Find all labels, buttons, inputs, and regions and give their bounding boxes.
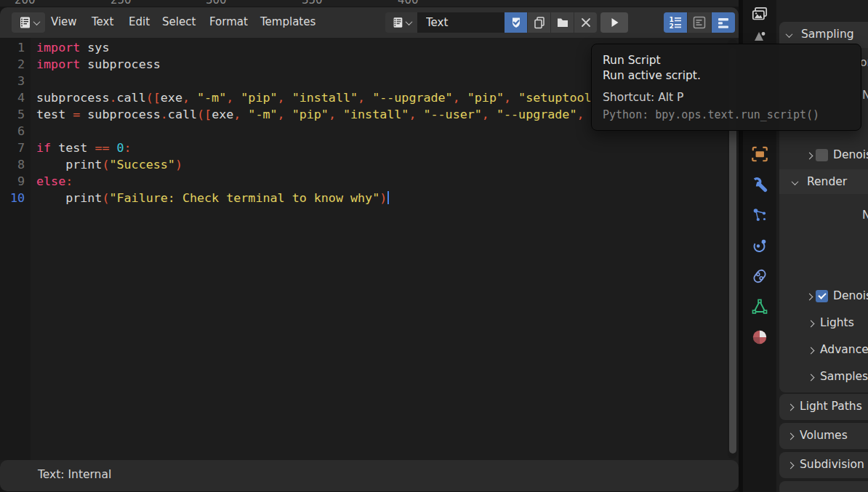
chevron-right-icon	[808, 320, 815, 328]
material-properties-tab[interactable]	[743, 323, 776, 352]
denoise-render-row[interactable]: Denoise	[779, 283, 868, 310]
code-line[interactable]: 7if test == 0:	[0, 140, 739, 156]
code-token: )	[175, 157, 182, 172]
code-token: exe	[212, 107, 233, 121]
code-line[interactable]: 8 print("Success")	[0, 156, 739, 173]
code-token	[241, 107, 248, 121]
object-properties-tab[interactable]	[743, 140, 776, 169]
code-token: ([	[146, 90, 161, 105]
modifier-properties-tab[interactable]	[743, 170, 776, 199]
code-token: ,	[226, 90, 233, 105]
denoise-viewport-row[interactable]: Denoise	[779, 142, 868, 169]
object-data-properties-tab[interactable]	[743, 292, 776, 321]
object-properties-icon	[750, 145, 769, 164]
fake-user-shield-toggle[interactable]	[505, 12, 527, 33]
menu-edit[interactable]: Edit	[129, 15, 150, 28]
subdivision-panel-header[interactable]: Subdivision	[779, 452, 868, 478]
blender-window: 200 250 300 350 400 View Text Edit S	[0, 0, 868, 492]
code-text: subprocess.call([exe, "-m", "pip", "inst…	[36, 90, 592, 105]
menu-templates[interactable]: Templates	[260, 15, 316, 28]
open-text-button[interactable]	[551, 12, 574, 33]
code-token	[190, 90, 197, 105]
tooltip-shortcut: Shortcut: Alt P	[603, 91, 683, 104]
code-token: .	[109, 90, 116, 105]
new-copy-icon	[532, 15, 547, 30]
code-text: print("Failure: Check terminal to know w…	[36, 190, 389, 205]
panel-label: Light Paths	[800, 400, 862, 413]
wrench-icon	[750, 175, 769, 194]
code-token: =	[73, 107, 80, 121]
code-token: "Success"	[109, 157, 174, 172]
code-token: ,	[504, 90, 511, 105]
line-number: 1	[0, 39, 25, 56]
open-folder-icon	[555, 15, 570, 30]
code-token: "install"	[292, 90, 358, 105]
particle-properties-tab[interactable]	[743, 201, 776, 230]
code-token: .	[161, 107, 168, 121]
checkbox-label: Denoise	[833, 148, 868, 161]
material-sphere-icon	[750, 328, 769, 347]
menu-format[interactable]: Format	[209, 15, 248, 28]
code-token	[489, 107, 497, 121]
render-subpanel-header[interactable]: Render	[779, 169, 868, 194]
lights-subpanel-row[interactable]: Lights	[779, 310, 868, 336]
line-number: 2	[0, 56, 25, 73]
chevron-down-icon	[792, 178, 799, 185]
code-token: ,	[576, 107, 584, 121]
tooltip-title: Run Script	[603, 54, 661, 67]
line-numbers-toggle[interactable]: 1 2	[664, 12, 687, 33]
light-paths-panel-header[interactable]: Light Paths	[779, 394, 868, 420]
editor-type-dropdown[interactable]	[12, 12, 45, 33]
word-wrap-toggle[interactable]	[712, 12, 735, 33]
code-token	[365, 90, 372, 105]
svg-text:2: 2	[670, 23, 674, 29]
datablock-name-field[interactable]	[417, 12, 505, 33]
line-number: 6	[0, 123, 25, 140]
run-script-button[interactable]	[600, 12, 628, 33]
unlink-text-button[interactable]	[574, 12, 597, 33]
menu-select[interactable]: Select	[162, 15, 196, 28]
code-line[interactable]: 10 print("Failure: Check terminal to kno…	[0, 190, 739, 206]
syntax-highlight-toggle[interactable]	[688, 12, 711, 33]
chevron-down-icon	[786, 31, 793, 38]
next-panel-sliver[interactable]	[779, 481, 868, 492]
code-text: import subprocess	[36, 57, 161, 71]
volumes-panel-header[interactable]: Volumes	[779, 423, 868, 449]
code-token: 0	[117, 140, 124, 155]
panel-label: Lights	[820, 316, 854, 329]
code-token: print	[36, 157, 102, 172]
code-token	[285, 90, 292, 105]
code-token: test	[36, 107, 73, 121]
code-token	[285, 107, 292, 121]
code-token: "--upgrade"	[497, 107, 577, 121]
denoise-viewport-checkbox[interactable]	[816, 149, 828, 161]
chevron-right-icon	[808, 347, 815, 355]
samples-subpanel-row[interactable]: Samples	[779, 364, 868, 390]
panel-label: Sampling	[801, 28, 854, 41]
constraint-properties-tab[interactable]	[743, 262, 776, 291]
denoise-render-checkbox[interactable]	[816, 290, 828, 302]
panel-label: Subdivision	[800, 458, 864, 471]
advanced-subpanel-row[interactable]: Advanced	[779, 337, 868, 363]
new-text-button[interactable]	[528, 12, 550, 33]
code-text: if test == 0:	[36, 140, 132, 155]
code-token: if	[36, 140, 51, 155]
text-cursor	[387, 191, 389, 204]
ruler-tick: 300	[206, 0, 227, 7]
text-datablock-dropdown[interactable]	[385, 12, 417, 33]
code-token: call	[168, 107, 197, 121]
panel-label: Volumes	[800, 429, 848, 442]
menu-text[interactable]: Text	[92, 15, 113, 28]
line-number: 7	[0, 140, 25, 156]
physics-properties-tab[interactable]	[743, 231, 776, 260]
code-token: ([	[197, 107, 212, 121]
code-token: else	[36, 174, 65, 188]
code-token: ,	[482, 107, 489, 121]
code-token: ,	[409, 107, 416, 121]
code-line[interactable]: 9else:	[0, 173, 739, 190]
code-token: exe	[161, 90, 182, 105]
menu-view[interactable]: View	[51, 15, 77, 28]
checkbox-label: Denoise	[833, 289, 868, 302]
play-icon	[606, 15, 622, 31]
label-fragment: N	[862, 89, 868, 102]
